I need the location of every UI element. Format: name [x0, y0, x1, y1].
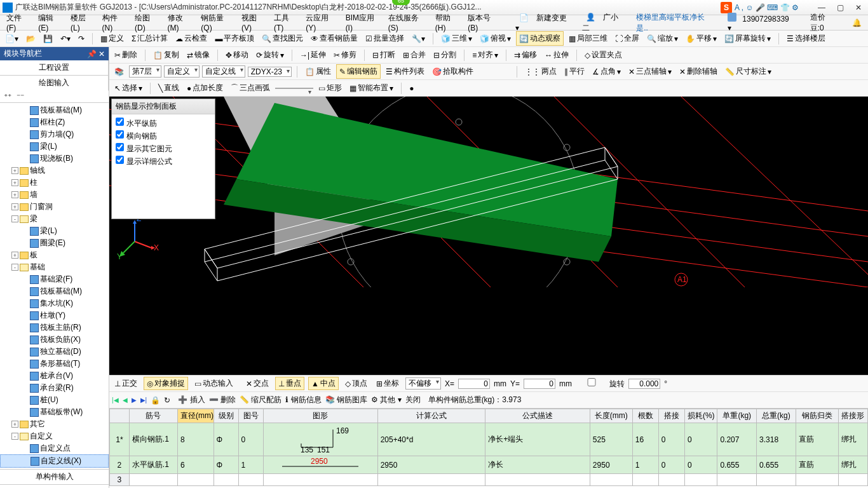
- table-header[interactable]: 单重(kg): [717, 409, 757, 423]
- table-header[interactable]: 公式描述: [485, 409, 590, 423]
- table-cell[interactable]: 3.318: [757, 423, 796, 456]
- table-cell[interactable]: [263, 474, 377, 486]
- split-button[interactable]: ⊟ 分割: [431, 48, 459, 62]
- tree-item[interactable]: 剪力墙(Q): [0, 128, 109, 140]
- tab-draw-input[interactable]: 绘图输入: [0, 76, 109, 91]
- table-header[interactable]: 级别: [214, 409, 238, 423]
- stretch-button[interactable]: ↔ 拉伸: [542, 48, 571, 62]
- collapse-icon[interactable]: ⁻⁻: [14, 92, 27, 101]
- tree-item[interactable]: 筏板主筋(R): [0, 322, 109, 334]
- close-panel-icon[interactable]: ✕: [98, 50, 105, 58]
- table-cell[interactable]: [377, 474, 485, 486]
- delete-button[interactable]: ✂ 删除: [112, 48, 140, 62]
- table-cell[interactable]: [632, 474, 658, 486]
- merge-button[interactable]: ⊞ 合并: [400, 48, 428, 62]
- tree-item[interactable]: +柱: [0, 177, 109, 189]
- define-button[interactable]: ▦ 定义: [98, 32, 126, 45]
- rebar-display-panel-title[interactable]: 钢筋显示控制面板: [112, 99, 215, 114]
- offset-button[interactable]: ⇉ 偏移: [512, 48, 539, 62]
- tree-item[interactable]: 柱墩(Y): [0, 309, 109, 322]
- menu-modify[interactable]: 修改(M): [164, 13, 198, 32]
- tree-item[interactable]: 自定义线(X): [0, 454, 109, 468]
- arc-options[interactable]: [275, 88, 313, 89]
- menu-floor[interactable]: 楼层(L): [67, 13, 98, 32]
- table-cell[interactable]: [796, 474, 838, 486]
- table-row[interactable]: 1*横向钢筋.18Φ0169135151205+40*d净长+端头5251600…: [110, 423, 868, 456]
- close-button[interactable]: ✕: [855, 3, 862, 12]
- fullscreen-button[interactable]: ⛶ 全屏: [613, 32, 642, 45]
- table-header[interactable]: 直径(mm): [177, 409, 214, 423]
- display-option[interactable]: 显示其它图元: [116, 142, 211, 155]
- table-cell[interactable]: [238, 474, 263, 486]
- tree-item[interactable]: +其它: [0, 418, 109, 430]
- table-cell[interactable]: [177, 474, 214, 486]
- table-cell[interactable]: 205+40*d: [377, 423, 485, 456]
- pick-component-button[interactable]: 🎯 拾取构件: [430, 65, 476, 78]
- table-cell[interactable]: 水平纵筋.1: [129, 456, 177, 474]
- rotate-checkbox[interactable]: [576, 378, 607, 386]
- coord-snap-button[interactable]: ⊞ 坐标: [374, 377, 402, 390]
- table-cell[interactable]: 2950: [263, 456, 377, 474]
- select-floor-button[interactable]: ☰ 选择楼层: [784, 32, 828, 45]
- menu-draw[interactable]: 绘图(D): [131, 13, 163, 32]
- tree-item[interactable]: -基础: [0, 261, 109, 273]
- table-header[interactable]: 根数: [632, 409, 658, 423]
- menu-online[interactable]: 在线服务(S): [384, 13, 431, 32]
- tree-item[interactable]: +门窗洞: [0, 201, 109, 213]
- vertex-snap-button[interactable]: ◇ 顶点: [342, 377, 370, 390]
- table-cell[interactable]: 2: [110, 456, 130, 474]
- nav-last-icon[interactable]: ▶|: [140, 396, 147, 403]
- break-button[interactable]: ⊟ 打断: [370, 48, 398, 62]
- tools-icon[interactable]: 🔧▾: [409, 33, 428, 44]
- table-cell[interactable]: [684, 474, 717, 486]
- open-icon[interactable]: 📂: [24, 33, 38, 44]
- table-cell[interactable]: [658, 474, 684, 486]
- tree-item[interactable]: 桩(U): [0, 394, 109, 406]
- line-button[interactable]: ╲ 直线: [156, 81, 182, 95]
- menu-file[interactable]: 文件(F): [3, 13, 34, 32]
- notification-badge[interactable]: 65: [392, 0, 410, 5]
- viewport-3d[interactable]: Z X Y A1 钢筋显示控制面板 水平纵筋横向钢筋显示其它图元显示详细公式: [109, 97, 868, 375]
- table-row[interactable]: 2水平纵筋.16Φ129502950净长29501000.6550.655直筋绑…: [110, 456, 868, 474]
- table-cell[interactable]: 8: [177, 423, 214, 456]
- tree-item[interactable]: +轴线: [0, 165, 109, 177]
- menu-bim[interactable]: BIM应用(I): [342, 13, 384, 32]
- tab-project-settings[interactable]: 工程设置: [0, 60, 109, 75]
- display-option[interactable]: 横向钢筋: [116, 130, 211, 142]
- table-cell[interactable]: 横向钢筋.1: [129, 423, 177, 456]
- tree-item[interactable]: 承台梁(R): [0, 382, 109, 394]
- rebar-info-button[interactable]: ℹ 钢筋信息: [285, 395, 321, 405]
- object-snap-button[interactable]: ◎ 对象捕捉: [144, 377, 188, 390]
- extend-button[interactable]: →| 延伸: [297, 48, 329, 62]
- table-header[interactable]: 长度(mm): [590, 409, 632, 423]
- tree-item[interactable]: 基础梁(F): [0, 273, 109, 285]
- menu-help[interactable]: 帮助(H): [431, 13, 464, 32]
- zoom-button[interactable]: 🔍 缩放 ▾: [644, 32, 681, 45]
- copy-button[interactable]: 📋 复制: [151, 48, 182, 62]
- table-cell[interactable]: 0.655: [717, 456, 757, 474]
- table-cell[interactable]: 0: [238, 423, 263, 456]
- menu-cloud[interactable]: 云应用(Y): [302, 13, 341, 32]
- rebar-display-panel[interactable]: 钢筋显示控制面板 水平纵筋横向钢筋显示其它图元显示详细公式: [111, 98, 215, 219]
- tree-item[interactable]: 集水坑(K): [0, 297, 109, 309]
- point-length-button[interactable]: ● 点加长度: [184, 81, 226, 95]
- dynamic-view-button[interactable]: 🔄 动态观察: [516, 31, 564, 46]
- close-rebar-button[interactable]: 关闭: [405, 395, 421, 405]
- table-cell[interactable]: 1*: [110, 423, 130, 456]
- table-cell[interactable]: 0: [684, 456, 717, 474]
- menu-component[interactable]: 构件(N): [98, 13, 131, 32]
- table-cell[interactable]: [590, 474, 632, 486]
- scale-rebar-button[interactable]: 📏 缩尺配筋: [240, 395, 281, 405]
- table-cell[interactable]: 直筋: [796, 423, 838, 456]
- tree-item[interactable]: +板: [0, 249, 109, 261]
- floor-select[interactable]: 第7层: [129, 65, 161, 78]
- point-angle-button[interactable]: ∡ 点角 ▾: [590, 65, 623, 78]
- nav-next-icon[interactable]: ▶: [132, 396, 137, 403]
- table-cell[interactable]: 0: [658, 423, 684, 456]
- insert-row-button[interactable]: ➕ 插入: [178, 395, 205, 405]
- component-tree[interactable]: 筏板基础(M)框柱(Z)剪力墙(Q)梁(L)现浇板(B)+轴线+柱+墙+门窗洞-…: [0, 103, 109, 469]
- rebar-table[interactable]: 筋号直径(mm)级别图号图形计算公式公式描述长度(mm)根数搭接损耗(%)单重(…: [109, 409, 868, 486]
- table-cell[interactable]: [757, 474, 796, 486]
- parallel-button[interactable]: ∥ 平行: [562, 65, 587, 78]
- nav-first-icon[interactable]: |◀: [112, 396, 119, 403]
